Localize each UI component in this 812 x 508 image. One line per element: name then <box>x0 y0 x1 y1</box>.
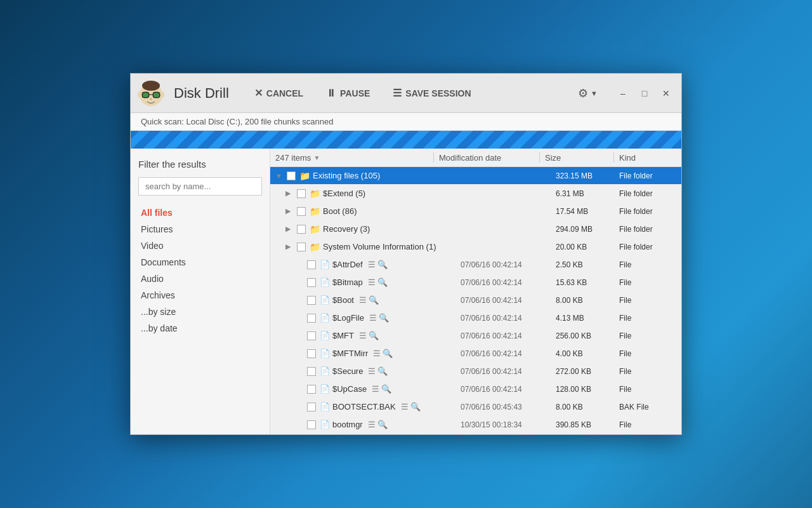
row-checkbox[interactable] <box>307 349 316 358</box>
sidebar-item-audio[interactable]: Audio <box>138 271 262 287</box>
view-file-icon[interactable]: ☰ <box>368 366 376 376</box>
table-row[interactable]: 📄 $MFT ☰ 🔍 07/06/16 00:42:14 256.00 KB F… <box>270 327 681 345</box>
search-file-icon[interactable]: 🔍 <box>379 313 389 323</box>
sidebar-item-by-size[interactable]: ...by size <box>138 304 262 320</box>
expand-icon[interactable]: ▼ <box>275 172 284 180</box>
table-row[interactable]: 📄 bootmgr ☰ 🔍 10/30/15 00:18:34 390.85 K… <box>270 416 681 434</box>
row-checkbox[interactable] <box>307 260 316 269</box>
row-size: 8.00 KB <box>556 296 619 305</box>
search-file-icon[interactable]: 🔍 <box>383 349 393 358</box>
row-checkbox[interactable] <box>287 171 296 180</box>
sidebar: Filter the results All files Pictures Vi… <box>131 149 270 434</box>
sidebar-item-pictures[interactable]: Pictures <box>138 221 262 237</box>
view-file-icon[interactable]: ☰ <box>359 295 367 305</box>
table-row[interactable]: 📄 $Boot ☰ 🔍 07/06/16 00:42:14 8.00 KB Fi… <box>270 291 681 309</box>
table-row[interactable]: ▶ 📁 Recovery (3) 294.09 MB File folder <box>270 220 681 238</box>
row-kind: File folder <box>619 243 676 251</box>
minimize-button[interactable]: – <box>613 83 633 104</box>
row-checkbox[interactable] <box>297 207 306 216</box>
row-checkbox[interactable] <box>297 225 306 234</box>
row-checkbox[interactable] <box>307 385 316 394</box>
cancel-button[interactable]: ✕ CANCEL <box>244 82 313 104</box>
row-checkbox[interactable] <box>307 314 316 323</box>
table-row[interactable]: ▶ 📁 Boot (86) 17.54 MB File folder <box>270 203 681 220</box>
search-file-icon[interactable]: 🔍 <box>377 366 388 376</box>
settings-dropdown-arrow: ▼ <box>591 90 598 97</box>
save-icon: ☰ <box>393 87 402 99</box>
sidebar-item-video[interactable]: Video <box>138 237 262 254</box>
row-checkbox[interactable] <box>307 403 316 411</box>
row-date: 07/06/16 00:45:43 <box>461 403 556 411</box>
view-file-icon[interactable]: ☰ <box>373 349 381 358</box>
row-kind: File <box>619 296 676 305</box>
view-file-icon[interactable]: ☰ <box>368 260 376 269</box>
search-file-icon[interactable]: 🔍 <box>369 295 379 305</box>
row-checkbox[interactable] <box>307 278 316 287</box>
table-row[interactable]: 📄 $AttrDef ☰ 🔍 07/06/16 00:42:14 2.50 KB… <box>270 256 681 274</box>
search-file-icon[interactable]: 🔍 <box>377 260 388 269</box>
row-checkbox[interactable] <box>307 420 316 429</box>
row-date: 07/06/16 00:42:14 <box>461 331 556 340</box>
file-icon: 📄 <box>320 277 330 287</box>
cancel-icon: ✕ <box>254 87 263 99</box>
save-session-button[interactable]: ☰ SAVE SESSION <box>383 82 481 104</box>
row-kind: File folder <box>619 171 676 180</box>
row-date: 10/30/15 00:18:34 <box>461 420 556 429</box>
view-file-icon[interactable]: ☰ <box>401 402 409 411</box>
close-button[interactable]: ✕ <box>656 83 676 104</box>
search-file-icon[interactable]: 🔍 <box>377 277 388 287</box>
search-file-icon[interactable]: 🔍 <box>369 331 379 340</box>
expand-icon[interactable]: ▶ <box>285 243 294 251</box>
file-icon: 📄 <box>320 331 330 340</box>
pause-button[interactable]: ⏸ PAUSE <box>316 83 380 104</box>
row-kind: File folder <box>619 189 676 198</box>
row-checkbox[interactable] <box>297 243 306 251</box>
expand-icon[interactable]: ▶ <box>285 207 294 215</box>
table-row[interactable]: 📄 BOOTSECT.BAK ☰ 🔍 07/06/16 00:45:43 8.0… <box>270 398 681 416</box>
sidebar-item-archives[interactable]: Archives <box>138 287 262 304</box>
sidebar-item-documents[interactable]: Documents <box>138 254 262 271</box>
table-row[interactable]: 📄 $MFTMirr ☰ 🔍 07/06/16 00:42:14 4.00 KB… <box>270 345 681 363</box>
row-checkbox[interactable] <box>297 189 306 198</box>
maximize-button[interactable]: □ <box>634 83 655 104</box>
table-row[interactable]: ▼ 📁 Existing files (105) 323.15 MB File … <box>270 167 681 185</box>
search-file-icon[interactable]: 🔍 <box>377 420 388 429</box>
view-file-icon[interactable]: ☰ <box>359 331 367 340</box>
table-row[interactable]: 📄 $Secure ☰ 🔍 07/06/16 00:42:14 272.00 K… <box>270 363 681 380</box>
sidebar-item-all-files[interactable]: All files <box>138 204 262 221</box>
search-file-icon[interactable]: 🔍 <box>410 402 421 411</box>
sidebar-nav: All files Pictures Video Documents Audio… <box>138 204 262 337</box>
app-logo <box>136 78 166 109</box>
folder-icon: 📁 <box>310 206 320 217</box>
table-row[interactable]: ▶ 📁 $Extend (5) 6.31 MB File folder <box>270 185 681 203</box>
table-row[interactable]: ▶ 📁 System Volume Information (1) 20.00 … <box>270 238 681 256</box>
titlebar: Disk Drill ✕ CANCEL ⏸ PAUSE ☰ SAVE SESSI… <box>131 74 681 113</box>
view-file-icon[interactable]: ☰ <box>369 313 377 323</box>
search-input[interactable] <box>138 177 262 196</box>
svg-point-1 <box>142 81 160 91</box>
settings-button[interactable]: ⚙ ▼ <box>570 81 605 105</box>
view-file-icon[interactable]: ☰ <box>372 384 379 394</box>
sidebar-item-by-date[interactable]: ...by date <box>138 320 262 337</box>
search-file-icon[interactable]: 🔍 <box>381 384 391 394</box>
row-kind: File <box>619 260 676 269</box>
expand-icon[interactable]: ▶ <box>285 225 294 233</box>
filelist-body[interactable]: ▼ 📁 Existing files (105) 323.15 MB File … <box>270 167 681 434</box>
table-row[interactable]: 📄 $UpCase ☰ 🔍 07/06/16 00:42:14 128.00 K… <box>270 380 681 398</box>
row-size: 256.00 KB <box>556 331 619 340</box>
expand-icon[interactable]: ▶ <box>285 189 294 197</box>
row-size: 294.09 MB <box>556 225 619 234</box>
expand-placeholder <box>296 261 304 269</box>
column-divider-1 <box>433 152 434 163</box>
row-kind: File <box>619 278 676 287</box>
table-row[interactable]: 📄 $Bitmap ☰ 🔍 07/06/16 00:42:14 15.63 KB… <box>270 274 681 291</box>
row-checkbox[interactable] <box>307 331 316 340</box>
view-file-icon[interactable]: ☰ <box>368 420 376 429</box>
table-row[interactable]: 📄 $LogFile ☰ 🔍 07/06/16 00:42:14 4.13 MB… <box>270 309 681 327</box>
row-date: 07/06/16 00:42:14 <box>461 260 556 269</box>
row-checkbox[interactable] <box>307 367 316 376</box>
file-icon: 📄 <box>320 313 330 323</box>
row-filename: $Boot <box>332 295 354 305</box>
row-checkbox[interactable] <box>307 296 316 305</box>
view-file-icon[interactable]: ☰ <box>368 277 376 287</box>
